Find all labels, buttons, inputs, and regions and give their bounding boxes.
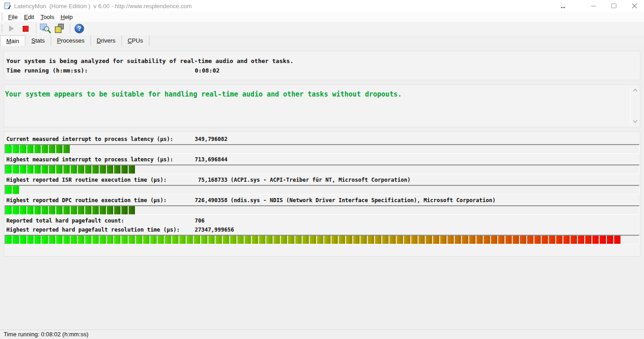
bar-segment (360, 236, 367, 244)
report-scrollbar[interactable] (630, 87, 639, 125)
toolbar: ? (0, 22, 644, 35)
bar-segment (404, 236, 410, 244)
toolbar-grip (1, 13, 3, 20)
question-mark-icon: ? (74, 23, 85, 34)
bar-segment (27, 236, 34, 244)
bar-segment (382, 236, 389, 244)
close-icon (632, 3, 637, 9)
bar-segment (389, 236, 396, 244)
bar-segment (5, 165, 12, 174)
bar-segment (571, 236, 577, 244)
bar-segment (121, 165, 128, 174)
computer-magnifier-icon (39, 23, 51, 34)
menu-item-file[interactable]: File (5, 13, 21, 21)
start-monitor-button[interactable] (5, 23, 18, 34)
maximize-button[interactable] (606, 0, 621, 12)
close-button[interactable] (627, 0, 642, 12)
bar-segment (317, 236, 323, 244)
bar-segment (281, 236, 287, 244)
bar-segment (563, 236, 570, 244)
analysis-message: Your system is being analyzed for suitab… (6, 58, 293, 64)
bar-segment (121, 236, 128, 244)
scroll-down-icon[interactable] (633, 120, 638, 123)
bar-segment (42, 145, 48, 153)
minimize-button[interactable] (586, 0, 601, 12)
bar-segment (259, 236, 265, 244)
bar-segment (266, 236, 273, 244)
bar-segment (339, 236, 345, 244)
metric-driver-info: (ndis.sys - NDIS (Network Driver Interfa… (231, 197, 495, 203)
stop-monitor-button[interactable] (19, 23, 32, 34)
bar-segment (114, 236, 120, 244)
analyze-button[interactable] (39, 23, 52, 34)
resize-handle-icon[interactable]: ↔ (555, 0, 571, 12)
bar-segment (143, 236, 149, 244)
bar-segment (346, 236, 352, 244)
menu-item-edit[interactable]: Edit (21, 13, 37, 21)
bar-segment (13, 165, 19, 174)
bar-segment (216, 236, 222, 244)
bar-segment (426, 236, 432, 244)
bar-segment (165, 236, 171, 244)
bar-segment (223, 236, 229, 244)
metric-row: Current measured interrupt to process la… (4, 136, 640, 154)
bar-segment (63, 165, 70, 174)
bar-segment (433, 236, 439, 244)
bar-segment (469, 236, 476, 244)
metric-value: 349,796082 (195, 136, 227, 142)
bar-segment (85, 165, 91, 174)
copy-report-button[interactable] (53, 23, 66, 34)
bar-segment (20, 206, 26, 214)
time-running-label: Time running (h:mm:ss): (6, 67, 88, 74)
bar-segment (310, 236, 316, 244)
bar-segment (27, 165, 34, 174)
tab-cpus[interactable]: CPUs (122, 36, 149, 46)
bar-segment (56, 206, 62, 214)
bar-segment (353, 236, 360, 244)
bar-segment (332, 236, 338, 244)
toolbar-separator (36, 24, 36, 34)
metric-text-line: Highest reported ISR routine execution t… (6, 177, 640, 183)
tab-main[interactable]: Main (0, 35, 25, 46)
scroll-up-icon[interactable] (633, 88, 638, 92)
tabstrip: MainStatsProcessesDriversCPUs (0, 35, 644, 46)
menu-item-tools[interactable]: Tools (37, 13, 57, 21)
metric-value: 706 (195, 218, 205, 224)
bar-segment (56, 236, 62, 244)
bar-segment (78, 165, 84, 174)
tab-processes[interactable]: Processes (51, 36, 91, 46)
maximize-icon (611, 4, 616, 8)
metric-row: Reported total hard pagefault count:706 (4, 218, 640, 224)
bar-segment (505, 236, 512, 244)
bar-segment (179, 236, 186, 244)
bar-segment (49, 236, 55, 244)
metric-value: 75,168733 (195, 177, 227, 183)
bar-segment (252, 236, 258, 244)
bar-segment (20, 145, 26, 153)
bar-segment (440, 236, 447, 244)
metric-label: Reported total hard pagefault count: (6, 218, 124, 224)
bar-segment (534, 236, 541, 244)
metric-label: Current measured interrupt to process la… (6, 136, 173, 142)
bar-segment (520, 236, 526, 244)
bar-segment (187, 236, 193, 244)
bar-segment (78, 206, 84, 214)
bar-segment (150, 236, 157, 244)
toolbar-grip (1, 25, 3, 32)
bar-segment (303, 236, 309, 244)
bar-segment (63, 206, 70, 214)
menu-item-help[interactable]: Help (58, 13, 76, 21)
bar-segment (5, 206, 12, 214)
bar-segment (114, 206, 120, 214)
tab-drivers[interactable]: Drivers (91, 36, 122, 46)
tab-stats[interactable]: Stats (25, 36, 51, 46)
bar-segment (100, 236, 106, 244)
bar-segment (42, 165, 48, 174)
bar-segment (71, 165, 77, 174)
bar-segment (107, 236, 113, 244)
metric-text-line: Highest reported hard pagefault resoluti… (6, 227, 640, 233)
latency-bar (5, 165, 639, 174)
help-button[interactable]: ? (73, 23, 86, 34)
bar-segment (100, 165, 106, 174)
metric-row: Highest measured interrupt to process la… (4, 156, 640, 174)
